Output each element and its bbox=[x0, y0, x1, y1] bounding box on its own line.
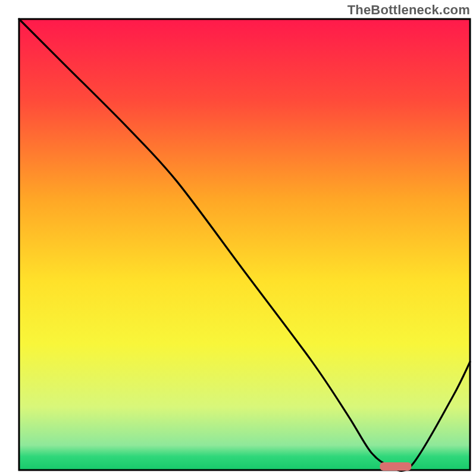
watermark-text: TheBottleneck.com bbox=[347, 2, 470, 18]
bottleneck-chart bbox=[0, 0, 476, 476]
optimal-marker bbox=[380, 462, 411, 471]
chart-canvas: TheBottleneck.com bbox=[0, 0, 476, 476]
